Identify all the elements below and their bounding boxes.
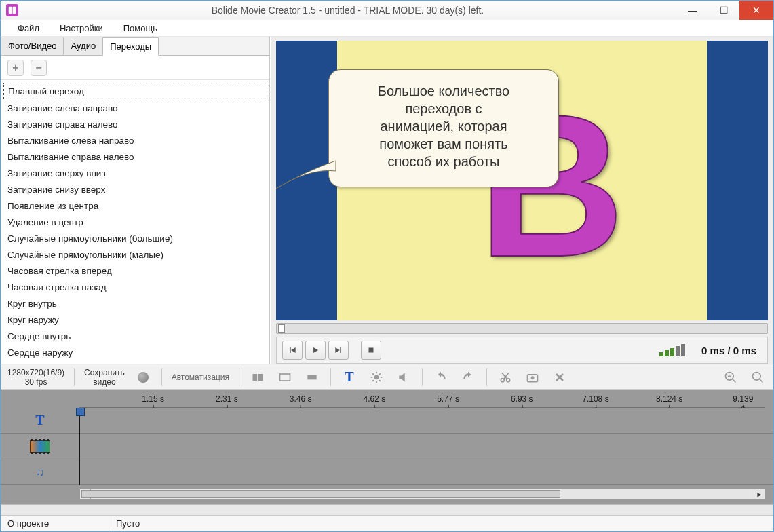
film-icon [30,440,50,453]
audio-track-label: ♫ [1,459,79,484]
ruler-tick: 2.31 s [216,394,238,404]
scrubber-thumb[interactable] [278,324,285,332]
tutorial-callout: Большое количество переходов с анимацией… [328,69,559,187]
window-controls: — ☐ ✕ [677,1,773,20]
fps-label: 30 fps [7,377,64,387]
zoom-in-button[interactable] [749,368,767,386]
left-tabs: Фото/Видео Аудио Переходы [1,37,269,56]
undo-button[interactable] [432,368,450,386]
transition-item[interactable]: Плавный переход [3,83,269,100]
svg-point-7 [374,375,379,379]
transition-list-wrap: Плавный переходЗатирание слева направоЗа… [1,80,269,364]
transition-item[interactable]: Часовая стрелка назад [3,280,269,296]
transition-item[interactable]: Случайные прямоугольники (малые) [3,247,269,263]
text-track-lane[interactable] [79,408,773,433]
timeline-ruler[interactable]: 1.15 s2.31 s3.46 s4.62 s5.77 s6.93 s7.10… [79,390,765,408]
transition-item[interactable]: Выталкивание справа налево [3,149,269,166]
menu-settings[interactable]: Настройки [60,23,103,33]
remove-button[interactable]: − [31,60,47,76]
playback-scrubber[interactable] [276,323,768,334]
callout-line-2: переходов с [343,100,545,117]
transition-item[interactable]: Удаление в центр [3,214,269,231]
transport-bar: 0 ms / 0 ms [276,337,768,364]
transition-item[interactable]: Затирание сверху вниз [3,166,269,182]
text-tool-button[interactable]: T [341,368,358,386]
add-button[interactable]: + [7,60,24,76]
record-button[interactable] [134,368,152,386]
svg-point-23 [753,372,761,380]
transition-item[interactable]: Случайные прямоугольники (большие) [3,231,269,247]
menu-help[interactable]: Помощь [123,23,157,33]
svg-line-15 [379,373,381,375]
playhead[interactable] [79,408,80,485]
transition-list[interactable]: Плавный переходЗатирание слева направоЗа… [1,80,269,364]
preview-panel: B Большое количество переходов с анимаци… [270,37,773,364]
save-video-button[interactable]: Сохранить видео [84,368,125,387]
resolution-label: 1280x720(16/9) [7,368,64,377]
transition-tool-button[interactable] [249,368,267,386]
transition-item[interactable]: Выталкивание слева направо [3,133,269,149]
svg-rect-0 [9,7,12,14]
project-info: 1280x720(16/9) 30 fps [7,368,64,387]
transition-item[interactable]: Круг наружу [3,312,269,328]
ruler-tick: 6.93 s [511,394,533,404]
status-about[interactable]: О проекте [1,516,109,531]
cut-button[interactable] [497,368,514,386]
scroll-thumb[interactable] [81,490,560,498]
stop-button[interactable] [361,341,381,360]
clip-tool-button[interactable] [303,368,321,386]
transition-item[interactable]: Появление из центра [3,198,269,214]
timeline-hscrollbar[interactable]: ◄ ► [79,488,765,500]
prev-button[interactable] [282,341,303,360]
svg-line-21 [733,379,736,382]
record-icon [138,372,149,383]
menubar: Файл Настройки Помощь [1,20,773,37]
play-button[interactable] [305,341,326,360]
transition-item[interactable]: Круг внутрь [3,296,269,312]
scroll-right-arrow[interactable]: ► [754,489,765,499]
svg-rect-1 [13,7,16,14]
next-button[interactable] [328,341,349,360]
maximize-button[interactable]: ☐ [708,1,739,20]
statusbar: О проекте Пусто [1,515,773,531]
snapshot-button[interactable] [524,368,541,386]
menu-file[interactable]: Файл [18,23,39,33]
preview-viewport: B Большое количество переходов с анимаци… [276,41,768,320]
brightness-button[interactable] [368,368,385,386]
transition-item[interactable]: Сердце наружу [3,345,269,361]
app-window: Bolide Movie Creator 1.5 - untitled - TR… [0,0,774,532]
callout-line-4: поможет вам понять [343,135,545,153]
text-track-icon: T [35,413,44,428]
close-button[interactable]: ✕ [739,1,773,20]
ruler-tick: 4.62 s [363,394,385,404]
aspect-tool-button[interactable] [276,368,294,386]
audio-track-lane[interactable] [79,459,773,484]
zoom-out-button[interactable] [722,368,739,386]
timeline-tracks: T ♫ [1,408,773,485]
automation-button[interactable]: Автоматизация [172,373,229,382]
redo-button[interactable] [459,368,477,386]
svg-line-12 [372,373,374,375]
volume-indicator[interactable] [659,344,685,356]
tab-audio[interactable]: Аудио [63,37,103,55]
video-track[interactable] [1,434,773,459]
callout-line-3: анимацией, которая [343,117,545,135]
delete-button[interactable] [551,368,568,386]
transition-item[interactable]: Затирание снизу вверх [3,182,269,198]
mute-button[interactable] [395,368,412,386]
text-track[interactable]: T [1,408,773,434]
transition-item[interactable]: Затирание слева направо [3,100,269,117]
audio-track[interactable]: ♫ [1,459,773,485]
ruler-tick: 8.124 s [656,394,682,404]
video-track-lane[interactable] [79,434,773,459]
svg-rect-5 [279,374,290,381]
transition-item[interactable]: Сердце внутрь [3,328,269,345]
tab-photo-video[interactable]: Фото/Видео [1,37,64,55]
minimize-button[interactable]: — [677,1,708,20]
transition-item[interactable]: Затирание справа налево [3,117,269,133]
ruler-tick: 5.77 s [437,394,459,404]
tab-transitions[interactable]: Переходы [102,37,159,56]
timeline: 1.15 s2.31 s3.46 s4.62 s5.77 s6.93 s7.10… [1,390,773,515]
transition-item[interactable]: Часовая стрелка вперед [3,263,269,280]
titlebar: Bolide Movie Creator 1.5 - untitled - TR… [1,1,773,20]
